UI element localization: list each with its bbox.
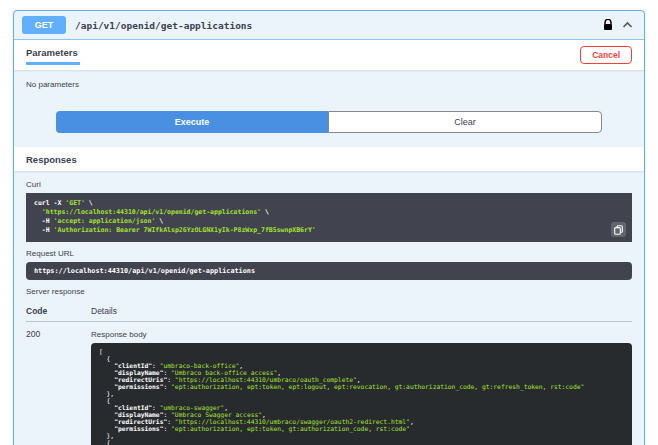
parameters-tab[interactable]: Parameters [26,45,80,65]
curl-code: curl -X 'GET' \ 'https://localhost:44310… [34,199,624,235]
request-url-label: Request URL [26,249,632,258]
execute-wrapper: Execute Clear [56,111,602,133]
parameters-section-header: Parameters Cancel [14,40,644,70]
opblock-get-applications: GET /api/v1/openid/get-applications Para… [13,10,645,445]
request-url-block: https://localhost:44310/api/v1/openid/ge… [26,262,632,280]
details-column-header: Details [91,306,632,316]
parameters-body: No parameters [14,70,644,89]
response-details-cell: Response body [ { "clientId": "umbraco-b… [91,328,632,445]
status-code: 200 [26,328,91,339]
endpoint-path: /api/v1/openid/get-applications [75,20,594,31]
auth-lock-icon[interactable] [603,19,613,31]
cancel-button[interactable]: Cancel [580,46,632,64]
endpoint-summary[interactable]: GET /api/v1/openid/get-applications [14,11,644,40]
http-method-badge[interactable]: GET [22,16,66,34]
server-response-label: Server response [26,287,632,296]
request-url-value: https://localhost:44310/api/v1/openid/ge… [34,267,624,275]
execute-button[interactable]: Execute [56,111,328,133]
no-parameters-message: No parameters [26,80,632,89]
clear-button[interactable]: Clear [328,111,602,133]
code-column-header: Code [26,306,91,316]
response-body-code: [ { "clientId": "umbraco-back-office", "… [99,348,624,445]
collapse-chevron-icon[interactable] [622,21,633,29]
responses-section-header: Responses [14,147,644,171]
curl-label: Curl [26,180,632,189]
responses-body: Curl curl -X 'GET' \ 'https://localhost:… [14,171,644,445]
response-body-label: Response body [91,330,632,339]
response-row-200: 200 Response body [ { "clientId": "umbra… [26,328,632,445]
curl-block: curl -X 'GET' \ 'https://localhost:44310… [26,193,632,242]
responses-title: Responses [26,154,77,165]
copy-curl-button[interactable] [611,222,626,237]
clipped-page-heading: pp [15,0,658,7]
response-table-header: Code Details [26,306,632,322]
response-body-block: [ { "clientId": "umbraco-back-office", "… [91,343,632,445]
